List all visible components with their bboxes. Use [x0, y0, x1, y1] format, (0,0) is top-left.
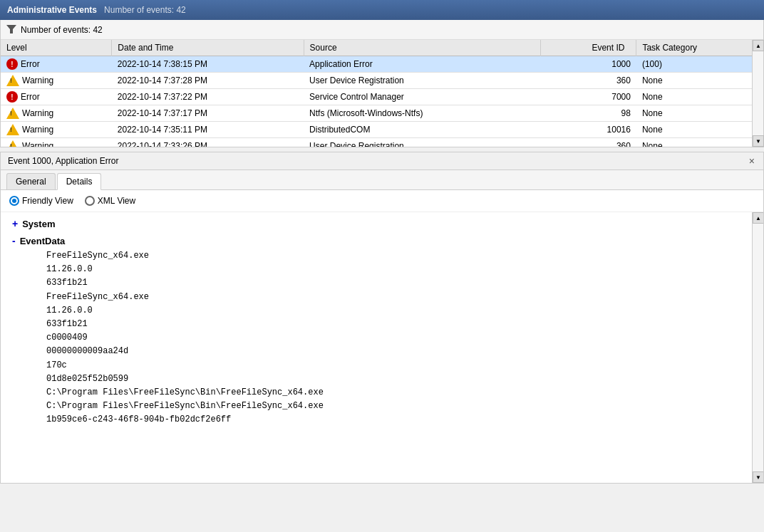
table-wrapper: Level Date and Time Source Event ID Task…	[1, 40, 763, 147]
tab-details[interactable]: Details	[57, 173, 102, 190]
table-row[interactable]: Warning2022-10-14 7:37:17 PMNtfs (Micros…	[1, 105, 763, 122]
warning-icon	[6, 108, 19, 119]
cell-eventid: 7000	[540, 89, 636, 105]
cell-source: Service Control Manager	[304, 89, 540, 105]
cell-level: !Error	[1, 56, 112, 73]
event-data-item: FreeFileSync_x64.exe	[46, 291, 746, 304]
col-source: Source	[304, 40, 540, 56]
detail-scroll-up[interactable]: ▲	[753, 212, 763, 224]
filter-bar: Number of events: 42	[1, 20, 763, 40]
error-icon: !	[6, 58, 18, 70]
friendly-view-label: Friendly View	[22, 196, 73, 206]
view-options: Friendly View XML View	[1, 190, 763, 212]
event-data-item: c0000409	[46, 331, 746, 345]
eventdata-section: - EventData FreeFileSync_x64.exe11.26.0.…	[12, 235, 746, 427]
cell-taskcategory: None	[636, 105, 763, 122]
cell-source: DistributedCOM	[304, 122, 540, 138]
col-eventid: Event ID	[540, 40, 636, 56]
table-row[interactable]: Warning2022-10-14 7:35:11 PMDistributedC…	[1, 122, 763, 138]
table-row[interactable]: Warning2022-10-14 7:37:28 PMUser Device …	[1, 73, 763, 89]
filter-count-label: Number of events: 42	[21, 25, 103, 35]
cell-taskcategory: None	[636, 138, 763, 147]
tabs-bar: General Details	[1, 170, 763, 190]
title-bar: Administrative Events Number of events: …	[0, 0, 764, 20]
detail-close-button[interactable]: ×	[748, 156, 756, 166]
cell-taskcategory: None	[636, 73, 763, 89]
xml-view-radio[interactable]	[85, 196, 95, 206]
error-icon: !	[6, 91, 18, 103]
system-section: + System	[12, 218, 746, 229]
event-data-item: FreeFileSync_x64.exe	[46, 249, 746, 263]
level-text: Warning	[22, 75, 53, 85]
level-text: Error	[21, 59, 40, 69]
cell-datetime: 2022-10-14 7:37:28 PM	[112, 73, 304, 89]
eventdata-label: EventData	[20, 236, 66, 246]
cell-level: !Error	[1, 89, 112, 105]
cell-source: User Device Registration	[304, 138, 540, 147]
cell-taskcategory: None	[636, 122, 763, 138]
event-count-label: Number of events: 42	[104, 5, 186, 15]
scroll-up-arrow[interactable]: ▲	[753, 40, 764, 51]
col-taskcategory: Task Category	[636, 40, 763, 56]
scroll-down-arrow[interactable]: ▼	[753, 135, 764, 147]
system-section-header: + System	[12, 218, 746, 229]
table-scrollbar[interactable]: ▲ ▼	[752, 40, 763, 147]
table-container[interactable]: Level Date and Time Source Event ID Task…	[1, 40, 763, 147]
cell-level: Warning	[1, 73, 112, 89]
table-row[interactable]: !Error2022-10-14 7:37:22 PMService Contr…	[1, 89, 763, 105]
cell-datetime: 2022-10-14 7:37:22 PM	[112, 89, 304, 105]
detail-scroll-track	[753, 224, 763, 471]
warning-icon	[6, 75, 19, 86]
cell-eventid: 10016	[540, 122, 636, 138]
cell-eventid: 360	[540, 138, 636, 147]
tab-general[interactable]: General	[6, 173, 56, 189]
table-header: Level Date and Time Source Event ID Task…	[1, 40, 763, 56]
filter-icon	[6, 25, 16, 35]
level-text: Warning	[22, 141, 53, 147]
cell-datetime: 2022-10-14 7:35:11 PM	[112, 122, 304, 138]
cell-eventid: 98	[540, 105, 636, 122]
event-data-item: 170c	[46, 359, 746, 372]
event-data-item: C:\Program Files\FreeFileSync\Bin\FreeFi…	[46, 386, 746, 400]
main-container: Administrative Events Number of events: …	[0, 0, 764, 532]
detail-scrollbar[interactable]: ▲ ▼	[752, 212, 763, 483]
cell-eventid: 360	[540, 73, 636, 89]
eventdata-section-header: - EventData	[12, 235, 746, 246]
event-data-item: 11.26.0.0	[46, 304, 746, 318]
scroll-track	[753, 51, 763, 135]
level-text: Error	[21, 92, 40, 102]
cell-source: Ntfs (Microsoft-Windows-Ntfs)	[304, 105, 540, 122]
event-data-values: FreeFileSync_x64.exe11.26.0.0633f1b21Fre…	[12, 249, 746, 427]
table-row[interactable]: !Error2022-10-14 7:38:15 PMApplication E…	[1, 56, 763, 73]
level-text: Warning	[22, 108, 53, 118]
cell-level: Warning	[1, 138, 112, 147]
warning-icon	[6, 124, 19, 135]
warning-icon	[6, 140, 19, 147]
friendly-view-radio[interactable]	[9, 196, 19, 206]
app-title: Administrative Events	[7, 5, 97, 15]
event-data-item: 633f1b21	[46, 276, 746, 290]
system-toggle[interactable]: +	[12, 218, 18, 229]
xml-view-label: XML View	[98, 196, 135, 206]
system-label: System	[22, 219, 55, 229]
event-data-item: 01d8e025f52b0599	[46, 372, 746, 386]
event-data-item: 00000000009aa24d	[46, 345, 746, 358]
detail-scroll-down[interactable]: ▼	[753, 471, 763, 483]
cell-source: Application Error	[304, 56, 540, 73]
event-table: Level Date and Time Source Event ID Task…	[1, 40, 763, 147]
col-datetime: Date and Time	[112, 40, 304, 56]
cell-level: Warning	[1, 105, 112, 122]
detail-title: Event 1000, Application Error	[8, 156, 118, 166]
cell-datetime: 2022-10-14 7:38:15 PM	[112, 56, 304, 73]
cell-taskcategory: (100)	[636, 56, 763, 73]
xml-view-option[interactable]: XML View	[85, 196, 135, 206]
event-data-item: 633f1b21	[46, 318, 746, 331]
eventdata-toggle[interactable]: -	[12, 235, 16, 246]
level-text: Warning	[22, 125, 53, 135]
detail-content[interactable]: + System - EventData FreeFileSync_x64.ex…	[1, 212, 763, 483]
cell-datetime: 2022-10-14 7:33:26 PM	[112, 138, 304, 147]
table-body: !Error2022-10-14 7:38:15 PMApplication E…	[1, 56, 763, 147]
table-row[interactable]: Warning2022-10-14 7:33:26 PMUser Device …	[1, 138, 763, 147]
cell-taskcategory: None	[636, 89, 763, 105]
friendly-view-option[interactable]: Friendly View	[9, 196, 73, 206]
